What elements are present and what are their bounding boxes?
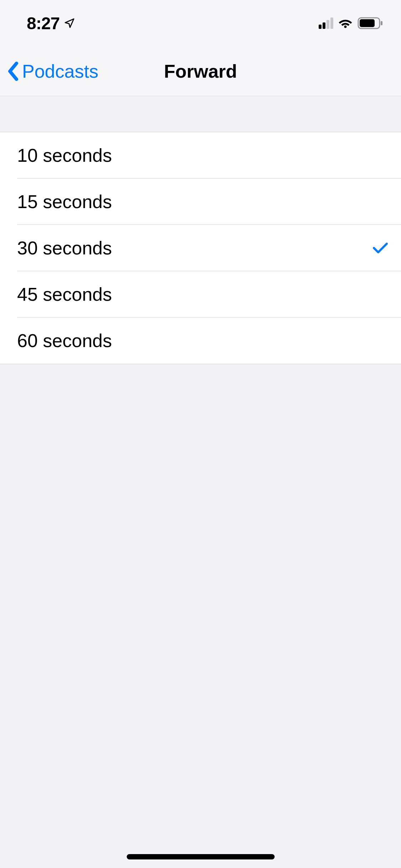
navigation-bar: Podcasts Forward	[0, 46, 401, 96]
back-button[interactable]: Podcasts	[6, 61, 98, 82]
svg-rect-1	[360, 19, 375, 27]
option-label: 10 seconds	[17, 145, 112, 166]
option-60-seconds[interactable]: 60 seconds	[0, 317, 401, 364]
status-left: 8:27	[27, 14, 75, 33]
chevron-left-icon	[6, 61, 20, 81]
battery-icon	[358, 17, 383, 29]
status-time: 8:27	[27, 14, 60, 33]
option-30-seconds[interactable]: 30 seconds	[0, 225, 401, 271]
cellular-signal-icon	[319, 17, 333, 29]
option-10-seconds[interactable]: 10 seconds	[0, 132, 401, 179]
option-label: 45 seconds	[17, 284, 112, 305]
checkmark-icon	[372, 242, 388, 254]
status-bar: 8:27	[0, 0, 401, 46]
location-icon	[64, 17, 75, 29]
option-label: 60 seconds	[17, 330, 112, 351]
status-right	[319, 17, 383, 29]
svg-rect-2	[381, 21, 382, 25]
option-label: 15 seconds	[17, 191, 112, 212]
back-button-label: Podcasts	[22, 61, 98, 82]
home-indicator[interactable]	[127, 854, 274, 859]
forward-options-list: 10 seconds 15 seconds 30 seconds 45 seco…	[0, 132, 401, 364]
section-spacer	[0, 96, 401, 132]
option-15-seconds[interactable]: 15 seconds	[0, 179, 401, 225]
wifi-icon	[338, 17, 353, 29]
option-label: 30 seconds	[17, 237, 112, 259]
option-45-seconds[interactable]: 45 seconds	[0, 271, 401, 317]
